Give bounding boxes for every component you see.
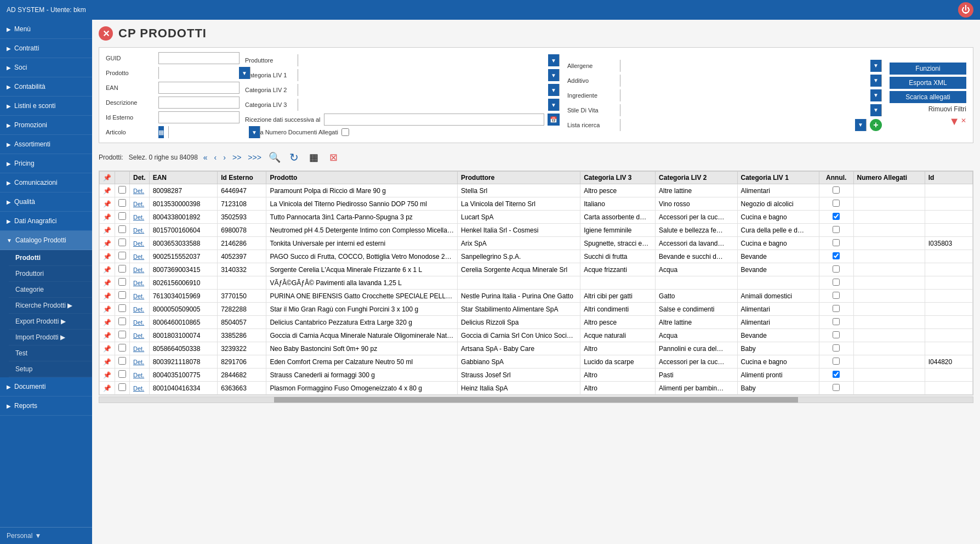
allergene-dropdown-arrow[interactable]: ▼ <box>870 60 881 72</box>
annul-checkbox[interactable] <box>833 344 840 352</box>
det-button[interactable]: Det. <box>133 280 144 286</box>
row-checkbox[interactable] <box>118 344 126 352</box>
sidebar-sub-export[interactable]: Export Prodotti ▶ <box>9 314 92 330</box>
nav-first-button[interactable]: « <box>202 153 209 162</box>
annul-checkbox[interactable] <box>833 305 840 312</box>
annul-checkbox[interactable] <box>833 226 840 233</box>
sidebar-sub-produttori[interactable]: Produttori <box>9 266 92 282</box>
grid-icon-btn[interactable]: ▦ <box>306 150 322 165</box>
prodotto-select[interactable]: ▼ <box>158 67 250 79</box>
annul-checkbox[interactable] <box>833 331 840 338</box>
sidebar-item-reports[interactable]: ▶ Reports <box>0 396 92 416</box>
sidebar-item-contratti[interactable]: ▶ Contratti <box>0 39 92 58</box>
row-checkbox[interactable] <box>118 186 126 194</box>
sidebar-item-dati-anagrafici[interactable]: ▶ Dati Anagrafici <box>0 212 92 231</box>
sidebar-item-promozioni[interactable]: ▶ Promozioni <box>0 116 92 135</box>
additivo-dropdown-arrow[interactable]: ▼ <box>870 75 881 87</box>
sidebar-item-listini[interactable]: ▶ Listini e sconti <box>0 97 92 116</box>
det-button[interactable]: Det. <box>133 214 144 220</box>
det-button[interactable]: Det. <box>133 306 144 313</box>
scarica-allegati-button[interactable]: Scarica allegati <box>890 91 966 103</box>
rimuovi-filtri-link[interactable]: Rimuovi Filtri <box>928 105 966 113</box>
guid-input[interactable] <box>158 52 240 64</box>
sidebar-item-comunicazioni[interactable]: ▶ Comunicazioni <box>0 173 92 192</box>
annul-checkbox[interactable] <box>833 384 840 391</box>
sidebar-item-qualita[interactable]: ▶ Qualità <box>0 192 92 212</box>
sidebar-sub-setup[interactable]: Setup <box>9 361 92 377</box>
sidebar-sub-test[interactable]: Test <box>9 345 92 361</box>
annul-checkbox[interactable] <box>833 279 840 286</box>
annul-checkbox[interactable] <box>833 200 840 207</box>
allergene-select[interactable]: ▼ <box>620 60 882 72</box>
annul-checkbox[interactable] <box>833 239 840 246</box>
row-checkbox[interactable] <box>118 357 126 365</box>
sidebar-item-catalogo-prodotti[interactable]: ▼ Catalogo Prodotti <box>0 231 92 250</box>
nav-next-button[interactable]: › <box>222 153 227 162</box>
funzioni-button[interactable]: Funzioni <box>890 63 966 75</box>
annul-checkbox[interactable] <box>833 186 840 194</box>
row-checkbox[interactable] <box>118 370 126 378</box>
close-page-button[interactable]: ✕ <box>99 26 113 41</box>
row-checkbox[interactable] <box>118 225 126 233</box>
det-button[interactable]: Det. <box>133 253 144 260</box>
row-checkbox[interactable] <box>118 383 126 391</box>
horizontal-scrollbar[interactable] <box>99 396 973 403</box>
annul-checkbox[interactable] <box>833 265 840 273</box>
sidebar-sub-prodotti[interactable]: Prodotti <box>9 250 92 266</box>
id-esterno-input[interactable] <box>158 111 240 123</box>
sidebar-sub-import[interactable]: Import Prodotti ▶ <box>9 330 92 345</box>
sidebar-item-contabilita[interactable]: ▶ Contabilità <box>0 77 92 97</box>
det-button[interactable]: Det. <box>133 332 144 339</box>
row-checkbox[interactable] <box>118 278 126 286</box>
row-checkbox[interactable] <box>118 212 126 220</box>
det-button[interactable]: Det. <box>133 240 144 247</box>
scroll-thumb[interactable] <box>274 397 798 403</box>
mostra-checkbox[interactable] <box>341 128 349 136</box>
sidebar-item-documenti[interactable]: ▶ Documenti <box>0 377 92 396</box>
ingrediente-dropdown-arrow[interactable]: ▼ <box>870 89 881 101</box>
row-checkbox[interactable] <box>118 331 126 338</box>
lista-ricerca-dropdown-arrow[interactable]: ▼ <box>855 119 866 131</box>
det-button[interactable]: Det. <box>133 345 144 352</box>
det-button[interactable]: Det. <box>133 267 144 273</box>
annul-checkbox[interactable] <box>833 371 840 378</box>
nav-fast-next-button[interactable]: >> <box>231 153 242 162</box>
det-button[interactable]: Det. <box>133 359 144 365</box>
annul-checkbox[interactable] <box>833 318 840 325</box>
annul-checkbox[interactable] <box>833 252 840 259</box>
annul-checkbox[interactable] <box>833 358 840 365</box>
det-button[interactable]: Det. <box>133 319 144 326</box>
refresh-button[interactable]: ↻ <box>287 150 302 165</box>
nav-fast-next2-button[interactable]: >>> <box>247 153 263 162</box>
sidebar-personal[interactable]: Personal ▼ <box>0 527 92 544</box>
sidebar-item-soci[interactable]: ▶ Soci <box>0 58 92 77</box>
produttore-filter-select[interactable]: ▼ <box>298 54 560 66</box>
esporta-xml-button[interactable]: Esporta XML <box>890 77 966 89</box>
cat-lv2-select[interactable]: ▼ <box>298 84 560 96</box>
descrizione-input[interactable] <box>158 97 240 109</box>
cat-lv3-select[interactable]: ▼ <box>298 99 560 111</box>
det-button[interactable]: Det. <box>133 227 144 234</box>
ricezione-calendar-btn[interactable]: 📅 <box>548 114 560 126</box>
ean-input[interactable] <box>158 82 240 94</box>
sidebar-sub-ricerche[interactable]: Ricerche Prodotti ▶ <box>9 298 92 314</box>
sidebar-item-pricing[interactable]: ▶ Pricing <box>0 154 92 173</box>
cat-lv1-dropdown-arrow[interactable]: ▼ <box>548 69 559 81</box>
nav-prev-button[interactable]: ‹ <box>213 153 218 162</box>
cat-lv1-select[interactable]: ▼ <box>298 69 560 81</box>
annul-checkbox[interactable] <box>833 292 840 299</box>
articolo-select[interactable]: ▼ <box>168 126 260 138</box>
ricezione-input[interactable] <box>324 114 544 126</box>
export-icon-btn[interactable]: ⊠ <box>326 150 341 165</box>
det-button[interactable]: Det. <box>133 188 144 194</box>
row-checkbox[interactable] <box>118 199 126 207</box>
articolo-dropdown-arrow[interactable]: ▼ <box>249 126 260 138</box>
sidebar-item-menu[interactable]: ▶ Menù <box>0 20 92 39</box>
lista-ricerca-add-btn[interactable]: + <box>870 119 882 131</box>
row-checkbox[interactable] <box>118 265 126 273</box>
search-button[interactable]: 🔍 <box>267 150 282 165</box>
cat-lv2-dropdown-arrow[interactable]: ▼ <box>548 84 559 96</box>
ingrediente-select[interactable]: ▼ <box>620 89 882 101</box>
sidebar-sub-categorie[interactable]: Categorie <box>9 282 92 298</box>
lista-ricerca-select[interactable]: ▼ <box>620 119 867 131</box>
